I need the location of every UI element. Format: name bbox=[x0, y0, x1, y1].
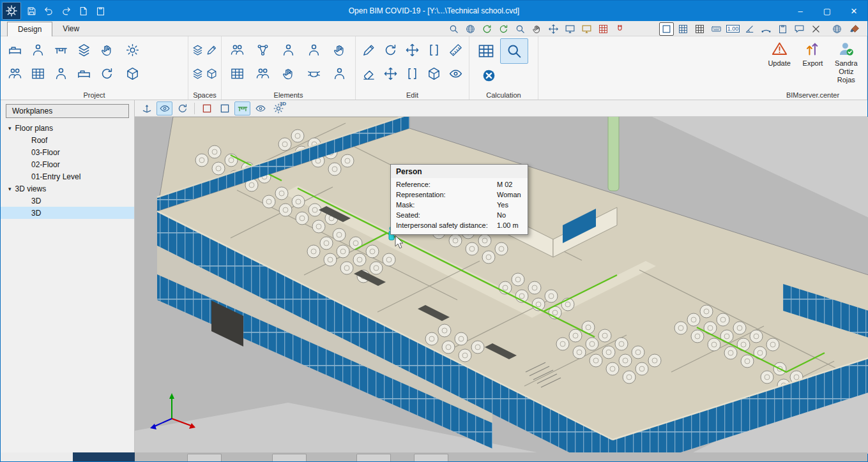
project-gloves-icon[interactable] bbox=[95, 38, 118, 62]
edit-measure-icon[interactable] bbox=[445, 38, 466, 62]
hatch-grid-icon[interactable] bbox=[692, 22, 707, 36]
elements-crowd-icon[interactable] bbox=[250, 62, 275, 86]
minimize-button[interactable]: – bbox=[787, 1, 814, 21]
bottom-button[interactable] bbox=[187, 454, 222, 461]
maximize-button[interactable]: ▢ bbox=[814, 1, 841, 21]
vp-orbit-icon[interactable] bbox=[156, 101, 172, 116]
project-settings-gear-icon[interactable] bbox=[121, 38, 144, 62]
vp-axes-icon[interactable] bbox=[139, 101, 155, 116]
vp-3d-options-icon[interactable]: 3D bbox=[270, 101, 286, 116]
project-bed-icon[interactable] bbox=[3, 38, 26, 62]
online-services-icon[interactable] bbox=[830, 22, 844, 36]
elements-person-icon[interactable] bbox=[301, 38, 326, 62]
tree-item-0-floor-plans[interactable]: ▾Floor plans bbox=[1, 122, 134, 134]
grid-icon[interactable] bbox=[676, 22, 690, 36]
tree-item-1-roof[interactable]: Roof bbox=[1, 134, 134, 146]
undo-button[interactable] bbox=[40, 3, 57, 19]
project-update-person-icon[interactable] bbox=[95, 62, 118, 86]
arc-icon[interactable] bbox=[759, 22, 773, 36]
zoom-window-icon[interactable] bbox=[513, 22, 528, 36]
project-furniture-icon[interactable] bbox=[26, 62, 49, 86]
bimserver-export-button[interactable]: Export bbox=[797, 40, 828, 89]
bottom-button[interactable] bbox=[356, 454, 391, 461]
edit-symmetry-icon[interactable] bbox=[402, 62, 423, 86]
tree-item-3-02-floor[interactable]: 02-Floor bbox=[1, 158, 134, 170]
tree-item-7-3d[interactable]: 3D bbox=[1, 207, 134, 219]
project-3d-model-icon[interactable] bbox=[121, 62, 144, 86]
tab-design[interactable]: Design bbox=[7, 22, 52, 36]
elements-gloves-icon[interactable] bbox=[326, 38, 352, 62]
elements-pair-icon[interactable] bbox=[224, 38, 250, 62]
elements-hygiene-icon[interactable] bbox=[275, 62, 301, 86]
refresh-icon[interactable] bbox=[480, 22, 494, 36]
project-group-icon[interactable] bbox=[3, 62, 26, 86]
spaces-copy-icon[interactable] bbox=[205, 62, 219, 86]
app-virus-icon[interactable] bbox=[2, 2, 21, 20]
keyboard-input-icon[interactable] bbox=[709, 22, 724, 36]
spaces-new-icon[interactable] bbox=[191, 62, 205, 86]
zoom-icon[interactable] bbox=[446, 22, 461, 36]
workplanes-header[interactable]: Workplanes bbox=[6, 104, 129, 118]
angle-icon[interactable] bbox=[742, 22, 757, 36]
edit-move-icon[interactable] bbox=[402, 38, 423, 62]
edit-view-element-icon[interactable] bbox=[445, 62, 466, 86]
bimserver-user-button[interactable]: Sandra Ortiz Rojas bbox=[831, 40, 862, 89]
project-seated-person-icon[interactable] bbox=[49, 62, 72, 86]
tree-item-2-03-floor[interactable]: 03-Floor bbox=[1, 146, 134, 158]
edit-align-icon[interactable] bbox=[423, 38, 445, 62]
vp-visibility-icon[interactable] bbox=[252, 101, 268, 116]
tree-item-5-3d-views[interactable]: ▾3D views bbox=[1, 183, 134, 195]
spaces-edit-icon[interactable] bbox=[205, 38, 219, 62]
bimserver-update-button[interactable]: Update bbox=[764, 40, 795, 89]
bottom-button[interactable] bbox=[414, 454, 448, 461]
clipboard-icon[interactable] bbox=[775, 22, 790, 36]
save-button[interactable] bbox=[23, 3, 40, 19]
move-view-icon[interactable] bbox=[546, 22, 561, 36]
spaces-view-icon[interactable] bbox=[191, 38, 205, 62]
copy-document-button[interactable] bbox=[92, 3, 109, 19]
vp-rotate-icon[interactable] bbox=[174, 101, 190, 116]
edit-draw-icon[interactable] bbox=[358, 38, 380, 62]
redo-button[interactable] bbox=[57, 3, 75, 19]
edit-rotate-icon[interactable] bbox=[380, 38, 402, 62]
vp-furniture-icon[interactable] bbox=[234, 101, 250, 116]
bottom-button[interactable] bbox=[272, 454, 307, 461]
edit-stretch-icon[interactable] bbox=[380, 62, 402, 86]
elements-mask-icon[interactable] bbox=[301, 62, 326, 86]
elements-distance-icon[interactable] bbox=[250, 38, 275, 62]
render-view-icon[interactable] bbox=[579, 22, 594, 36]
elements-masked-person-icon[interactable] bbox=[326, 62, 352, 86]
close-button[interactable]: ✕ bbox=[841, 1, 867, 21]
elements-info-person-icon[interactable] bbox=[275, 38, 301, 62]
viewport[interactable]: Person Reference:M 02Representation:Woma… bbox=[135, 117, 868, 454]
full-screen-icon[interactable] bbox=[563, 22, 577, 36]
tools-icon[interactable] bbox=[809, 22, 823, 36]
pan-icon[interactable] bbox=[529, 22, 544, 36]
zoom-extents-icon[interactable] bbox=[463, 22, 478, 36]
tree-item-4-01-entry-level[interactable]: 01-Entry Level bbox=[1, 170, 134, 183]
calculation-results-icon[interactable] bbox=[472, 38, 500, 64]
expander-icon[interactable]: ▾ bbox=[8, 186, 11, 192]
elements-partition-icon[interactable] bbox=[224, 62, 250, 86]
calculation-stop-icon[interactable] bbox=[477, 64, 500, 87]
tab-view[interactable]: View bbox=[52, 22, 89, 36]
edit-erase-icon[interactable] bbox=[358, 62, 380, 86]
tree-item-6-3d[interactable]: 3D bbox=[1, 195, 134, 207]
selection-window-icon[interactable] bbox=[659, 22, 674, 36]
edit-copy-icon[interactable] bbox=[423, 62, 445, 86]
appearance-brush-icon[interactable] bbox=[848, 22, 862, 36]
project-workstation-icon[interactable] bbox=[49, 38, 72, 62]
project-bed2-icon[interactable] bbox=[72, 62, 95, 86]
regenerate-icon[interactable] bbox=[496, 22, 511, 36]
project-person-icon[interactable] bbox=[26, 38, 49, 62]
vp-section-icon[interactable] bbox=[199, 101, 215, 116]
magnet-icon[interactable] bbox=[613, 22, 627, 36]
project-floors-icon[interactable] bbox=[72, 38, 95, 62]
snap-grid-icon[interactable] bbox=[596, 22, 611, 36]
decimals-icon[interactable]: 1.00 bbox=[726, 22, 740, 36]
calculation-inspect-icon[interactable] bbox=[500, 38, 528, 64]
vp-plane-icon[interactable] bbox=[217, 101, 232, 116]
print-button[interactable] bbox=[75, 3, 92, 19]
expander-icon[interactable]: ▾ bbox=[8, 125, 11, 131]
comments-icon[interactable] bbox=[792, 22, 807, 36]
